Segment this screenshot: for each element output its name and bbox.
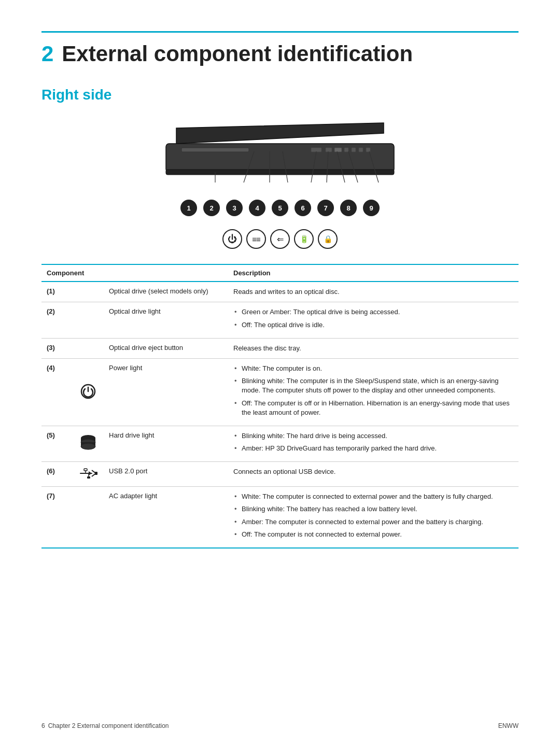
bullet-item: White: The computer is on. <box>233 364 513 373</box>
num-bubble-5: 5 <box>272 200 288 216</box>
svg-marker-26 <box>89 471 92 475</box>
icon-bubble-battery: 🔋 <box>294 229 314 249</box>
svg-rect-10 <box>166 170 394 175</box>
table-row: (5) Hard drive lightBlinking white: The … <box>41 426 519 461</box>
footer: 6 Chapter 2 External component identific… <box>41 722 519 729</box>
icon-labels-row: ⏻ ≡≡ ⇐ 🔋 🔒 <box>135 224 425 254</box>
chapter-title-bar: 2External component identification <box>41 31 519 66</box>
row-icon <box>73 282 104 302</box>
row-description: Green or Amber: The optical drive is bei… <box>228 302 519 338</box>
bullet-item: Off: The computer is not connected to ex… <box>233 530 513 539</box>
row-description: White: The computer is connected to exte… <box>228 487 519 548</box>
row-description: Connects an optional USB device. <box>228 462 519 487</box>
num-bubble-4: 4 <box>249 200 265 216</box>
svg-rect-9 <box>366 148 370 152</box>
row-component-name: Optical drive (select models only) <box>104 282 228 302</box>
table-header-row: Component Description <box>41 264 519 282</box>
num-bubble-7: 7 <box>317 200 334 216</box>
row-number: (3) <box>41 338 73 358</box>
chapter-number: 2 <box>41 41 53 66</box>
row-icon <box>73 358 104 426</box>
row-icon <box>73 302 104 338</box>
num-bubble-8: 8 <box>340 200 357 216</box>
svg-rect-4 <box>326 148 332 152</box>
svg-rect-33 <box>87 476 90 479</box>
row-description: Blinking white: The hard drive is being … <box>228 426 519 461</box>
row-number: (1) <box>41 282 73 302</box>
row-component-name: Power light <box>104 358 228 426</box>
icon-bubble-lock: 🔒 <box>318 229 338 249</box>
row-icon <box>73 338 104 358</box>
footer-left: 6 Chapter 2 External component identific… <box>41 722 169 729</box>
chapter-title-text: External component identification <box>62 41 413 66</box>
footer-chapter-label: Chapter 2 External component identificat… <box>48 722 169 729</box>
table-row: (7)AC adapter lightWhite: The computer i… <box>41 487 519 548</box>
bullet-item: Blinking white: The hard drive is being … <box>233 431 513 441</box>
power-icon <box>80 383 96 400</box>
footer-locale: ENWW <box>498 722 519 729</box>
svg-rect-29 <box>95 472 97 475</box>
svg-rect-31 <box>84 469 87 471</box>
icon-bubble-power: ⏻ <box>222 229 242 249</box>
col-header-component <box>104 264 228 282</box>
row-icon <box>73 426 104 461</box>
row-number: (5) <box>41 426 73 461</box>
number-labels-row: 1 2 3 4 5 6 7 8 9 <box>135 192 425 223</box>
col-header-description: Description <box>228 264 519 282</box>
component-table: Component Description (1)Optical drive (… <box>41 264 519 549</box>
row-component-name: AC adapter light <box>104 487 228 548</box>
row-component-name: USB 2.0 port <box>104 462 228 487</box>
svg-rect-8 <box>359 148 363 152</box>
svg-marker-0 <box>176 123 384 144</box>
section-title: Right side <box>41 87 519 103</box>
icon-bubble-hdd: ≡≡ <box>246 229 266 249</box>
svg-rect-7 <box>352 148 356 152</box>
svg-point-25 <box>81 443 95 449</box>
svg-rect-5 <box>334 148 342 152</box>
num-bubble-2: 2 <box>203 200 220 216</box>
bullet-item: Green or Amber: The optical drive is bei… <box>233 307 513 317</box>
bullet-item: Off: The optical drive is idle. <box>233 320 513 330</box>
row-description: Releases the disc tray. <box>228 338 519 358</box>
hdd-icon <box>80 434 96 453</box>
row-component-name: Hard drive light <box>104 426 228 461</box>
bullet-item: White: The computer is connected to exte… <box>233 492 513 501</box>
num-bubble-1: 1 <box>180 200 197 216</box>
table-row: (3)Optical drive eject buttonReleases th… <box>41 338 519 358</box>
footer-page-number: 6 <box>41 722 45 729</box>
row-component-name: Optical drive light <box>104 302 228 338</box>
table-row: (2)Optical drive lightGreen or Amber: Th… <box>41 302 519 338</box>
table-row: (6) USB 2.0 portConnects an optional USB… <box>41 462 519 487</box>
num-bubble-9: 9 <box>363 200 380 216</box>
row-description: White: The computer is on.Blinking white… <box>228 358 519 426</box>
bullet-item: Amber: The computer is connected to exte… <box>233 517 513 527</box>
laptop-svg <box>135 118 425 190</box>
num-bubble-6: 6 <box>295 200 311 216</box>
table-row: (4) Power lightWhite: The computer is on… <box>41 358 519 426</box>
row-icon <box>73 462 104 487</box>
row-number: (2) <box>41 302 73 338</box>
row-component-name: Optical drive eject button <box>104 338 228 358</box>
bullet-item: Blinking white: The computer is in the S… <box>233 376 513 395</box>
row-number: (6) <box>41 462 73 487</box>
usb-icon <box>78 467 98 480</box>
chapter-title: 2External component identification <box>41 42 519 66</box>
bullet-item: Blinking white: The battery has reached … <box>233 504 513 514</box>
page: 2External component identification Right… <box>0 0 560 745</box>
num-bubble-3: 3 <box>226 200 243 216</box>
row-icon <box>73 487 104 548</box>
table-row: (1)Optical drive (select models only)Rea… <box>41 282 519 302</box>
icon-bubble-usb: ⇐ <box>270 229 290 249</box>
bullet-item: Off: The computer is off or in Hibernati… <box>233 399 513 417</box>
laptop-diagram: 1 2 3 4 5 6 7 8 9 ⏻ ≡≡ ⇐ 🔋 🔒 <box>41 118 519 254</box>
svg-rect-2 <box>181 148 249 152</box>
bullet-item: Amber: HP 3D DriveGuard has temporarily … <box>233 444 513 453</box>
row-description: Reads and writes to an optical disc. <box>228 282 519 302</box>
col-header-num: Component <box>41 264 104 282</box>
svg-rect-6 <box>344 148 348 152</box>
row-number: (7) <box>41 487 73 548</box>
row-number: (4) <box>41 358 73 426</box>
svg-rect-3 <box>311 148 321 152</box>
